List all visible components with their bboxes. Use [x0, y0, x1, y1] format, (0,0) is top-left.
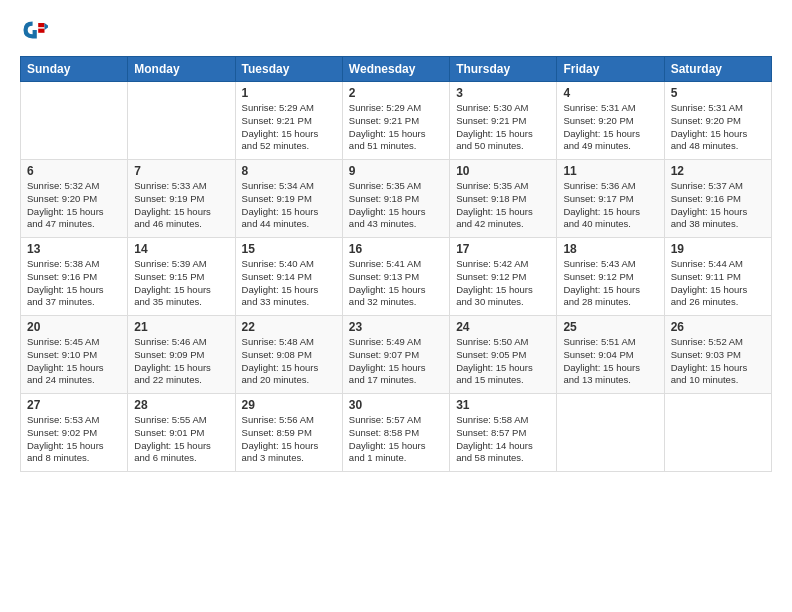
calendar-cell: 18Sunrise: 5:43 AM Sunset: 9:12 PM Dayli… [557, 238, 664, 316]
day-number: 10 [456, 164, 550, 178]
day-info: Sunrise: 5:48 AM Sunset: 9:08 PM Dayligh… [242, 336, 336, 387]
day-info: Sunrise: 5:40 AM Sunset: 9:14 PM Dayligh… [242, 258, 336, 309]
calendar-cell: 1Sunrise: 5:29 AM Sunset: 9:21 PM Daylig… [235, 82, 342, 160]
day-info: Sunrise: 5:38 AM Sunset: 9:16 PM Dayligh… [27, 258, 121, 309]
calendar-week-row-4: 27Sunrise: 5:53 AM Sunset: 9:02 PM Dayli… [21, 394, 772, 472]
calendar-cell: 4Sunrise: 5:31 AM Sunset: 9:20 PM Daylig… [557, 82, 664, 160]
calendar-cell: 7Sunrise: 5:33 AM Sunset: 9:19 PM Daylig… [128, 160, 235, 238]
calendar-cell [21, 82, 128, 160]
day-info: Sunrise: 5:45 AM Sunset: 9:10 PM Dayligh… [27, 336, 121, 387]
calendar-cell [557, 394, 664, 472]
col-thursday: Thursday [450, 57, 557, 82]
calendar-week-row-2: 13Sunrise: 5:38 AM Sunset: 9:16 PM Dayli… [21, 238, 772, 316]
day-number: 12 [671, 164, 765, 178]
day-number: 9 [349, 164, 443, 178]
calendar-table: Sunday Monday Tuesday Wednesday Thursday… [20, 56, 772, 472]
day-info: Sunrise: 5:35 AM Sunset: 9:18 PM Dayligh… [349, 180, 443, 231]
day-number: 19 [671, 242, 765, 256]
calendar-cell: 14Sunrise: 5:39 AM Sunset: 9:15 PM Dayli… [128, 238, 235, 316]
day-number: 11 [563, 164, 657, 178]
day-info: Sunrise: 5:33 AM Sunset: 9:19 PM Dayligh… [134, 180, 228, 231]
calendar-cell: 3Sunrise: 5:30 AM Sunset: 9:21 PM Daylig… [450, 82, 557, 160]
day-info: Sunrise: 5:56 AM Sunset: 8:59 PM Dayligh… [242, 414, 336, 465]
day-number: 2 [349, 86, 443, 100]
calendar-cell: 23Sunrise: 5:49 AM Sunset: 9:07 PM Dayli… [342, 316, 449, 394]
day-info: Sunrise: 5:44 AM Sunset: 9:11 PM Dayligh… [671, 258, 765, 309]
day-number: 18 [563, 242, 657, 256]
page: Sunday Monday Tuesday Wednesday Thursday… [0, 0, 792, 612]
calendar-cell: 15Sunrise: 5:40 AM Sunset: 9:14 PM Dayli… [235, 238, 342, 316]
col-friday: Friday [557, 57, 664, 82]
day-info: Sunrise: 5:41 AM Sunset: 9:13 PM Dayligh… [349, 258, 443, 309]
day-info: Sunrise: 5:51 AM Sunset: 9:04 PM Dayligh… [563, 336, 657, 387]
day-number: 20 [27, 320, 121, 334]
day-number: 15 [242, 242, 336, 256]
day-info: Sunrise: 5:29 AM Sunset: 9:21 PM Dayligh… [349, 102, 443, 153]
day-number: 13 [27, 242, 121, 256]
col-tuesday: Tuesday [235, 57, 342, 82]
day-number: 17 [456, 242, 550, 256]
day-info: Sunrise: 5:36 AM Sunset: 9:17 PM Dayligh… [563, 180, 657, 231]
day-number: 8 [242, 164, 336, 178]
day-number: 5 [671, 86, 765, 100]
day-number: 1 [242, 86, 336, 100]
calendar-cell: 6Sunrise: 5:32 AM Sunset: 9:20 PM Daylig… [21, 160, 128, 238]
day-info: Sunrise: 5:34 AM Sunset: 9:19 PM Dayligh… [242, 180, 336, 231]
day-info: Sunrise: 5:49 AM Sunset: 9:07 PM Dayligh… [349, 336, 443, 387]
calendar-cell: 9Sunrise: 5:35 AM Sunset: 9:18 PM Daylig… [342, 160, 449, 238]
calendar-cell: 30Sunrise: 5:57 AM Sunset: 8:58 PM Dayli… [342, 394, 449, 472]
day-info: Sunrise: 5:52 AM Sunset: 9:03 PM Dayligh… [671, 336, 765, 387]
col-monday: Monday [128, 57, 235, 82]
day-number: 3 [456, 86, 550, 100]
day-info: Sunrise: 5:58 AM Sunset: 8:57 PM Dayligh… [456, 414, 550, 465]
calendar-cell: 13Sunrise: 5:38 AM Sunset: 9:16 PM Dayli… [21, 238, 128, 316]
calendar-cell: 16Sunrise: 5:41 AM Sunset: 9:13 PM Dayli… [342, 238, 449, 316]
calendar-cell: 5Sunrise: 5:31 AM Sunset: 9:20 PM Daylig… [664, 82, 771, 160]
day-number: 4 [563, 86, 657, 100]
day-number: 25 [563, 320, 657, 334]
day-info: Sunrise: 5:55 AM Sunset: 9:01 PM Dayligh… [134, 414, 228, 465]
day-info: Sunrise: 5:29 AM Sunset: 9:21 PM Dayligh… [242, 102, 336, 153]
day-info: Sunrise: 5:31 AM Sunset: 9:20 PM Dayligh… [671, 102, 765, 153]
day-number: 26 [671, 320, 765, 334]
calendar-cell [664, 394, 771, 472]
day-info: Sunrise: 5:32 AM Sunset: 9:20 PM Dayligh… [27, 180, 121, 231]
day-number: 21 [134, 320, 228, 334]
calendar-cell: 24Sunrise: 5:50 AM Sunset: 9:05 PM Dayli… [450, 316, 557, 394]
day-number: 22 [242, 320, 336, 334]
calendar-cell: 29Sunrise: 5:56 AM Sunset: 8:59 PM Dayli… [235, 394, 342, 472]
col-saturday: Saturday [664, 57, 771, 82]
day-info: Sunrise: 5:37 AM Sunset: 9:16 PM Dayligh… [671, 180, 765, 231]
calendar-week-row-1: 6Sunrise: 5:32 AM Sunset: 9:20 PM Daylig… [21, 160, 772, 238]
col-sunday: Sunday [21, 57, 128, 82]
calendar-cell: 22Sunrise: 5:48 AM Sunset: 9:08 PM Dayli… [235, 316, 342, 394]
calendar-cell: 25Sunrise: 5:51 AM Sunset: 9:04 PM Dayli… [557, 316, 664, 394]
calendar-cell: 10Sunrise: 5:35 AM Sunset: 9:18 PM Dayli… [450, 160, 557, 238]
day-number: 16 [349, 242, 443, 256]
day-number: 29 [242, 398, 336, 412]
calendar-cell: 26Sunrise: 5:52 AM Sunset: 9:03 PM Dayli… [664, 316, 771, 394]
calendar-cell: 11Sunrise: 5:36 AM Sunset: 9:17 PM Dayli… [557, 160, 664, 238]
day-info: Sunrise: 5:53 AM Sunset: 9:02 PM Dayligh… [27, 414, 121, 465]
day-info: Sunrise: 5:31 AM Sunset: 9:20 PM Dayligh… [563, 102, 657, 153]
day-info: Sunrise: 5:30 AM Sunset: 9:21 PM Dayligh… [456, 102, 550, 153]
calendar-cell: 31Sunrise: 5:58 AM Sunset: 8:57 PM Dayli… [450, 394, 557, 472]
calendar-cell: 2Sunrise: 5:29 AM Sunset: 9:21 PM Daylig… [342, 82, 449, 160]
calendar-cell: 21Sunrise: 5:46 AM Sunset: 9:09 PM Dayli… [128, 316, 235, 394]
day-info: Sunrise: 5:57 AM Sunset: 8:58 PM Dayligh… [349, 414, 443, 465]
calendar-week-row-3: 20Sunrise: 5:45 AM Sunset: 9:10 PM Dayli… [21, 316, 772, 394]
day-info: Sunrise: 5:43 AM Sunset: 9:12 PM Dayligh… [563, 258, 657, 309]
day-info: Sunrise: 5:42 AM Sunset: 9:12 PM Dayligh… [456, 258, 550, 309]
logo-icon [20, 16, 48, 44]
calendar-cell: 8Sunrise: 5:34 AM Sunset: 9:19 PM Daylig… [235, 160, 342, 238]
calendar-cell: 20Sunrise: 5:45 AM Sunset: 9:10 PM Dayli… [21, 316, 128, 394]
calendar-cell: 19Sunrise: 5:44 AM Sunset: 9:11 PM Dayli… [664, 238, 771, 316]
calendar-cell: 17Sunrise: 5:42 AM Sunset: 9:12 PM Dayli… [450, 238, 557, 316]
day-number: 30 [349, 398, 443, 412]
day-number: 6 [27, 164, 121, 178]
calendar-cell: 28Sunrise: 5:55 AM Sunset: 9:01 PM Dayli… [128, 394, 235, 472]
logo [20, 16, 52, 44]
day-number: 7 [134, 164, 228, 178]
day-number: 23 [349, 320, 443, 334]
calendar-cell: 27Sunrise: 5:53 AM Sunset: 9:02 PM Dayli… [21, 394, 128, 472]
